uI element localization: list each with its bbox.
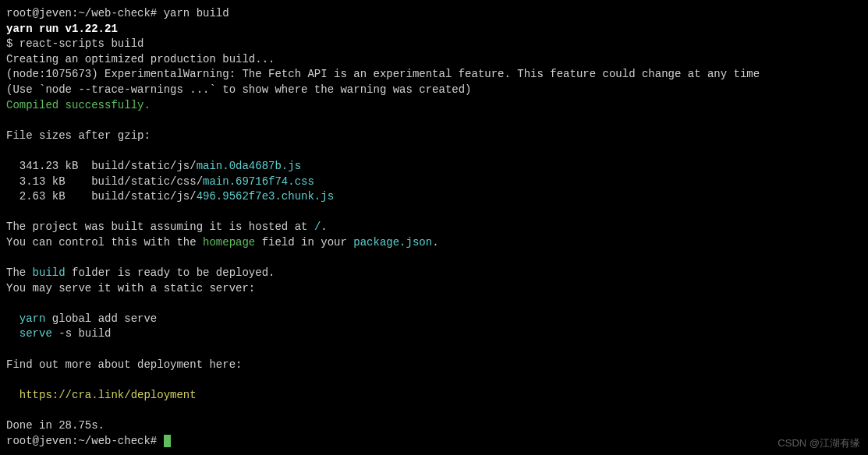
prompt-line-2[interactable]: root@jeven:~/web-check# <box>6 434 862 450</box>
creating-build-line: Creating an optimized production build..… <box>6 52 862 68</box>
serve-build-line: serve -s build <box>6 326 862 342</box>
blank-line <box>6 251 862 266</box>
blank-line <box>6 403 862 418</box>
blank-line <box>6 372 862 388</box>
find-out-line: Find out more about deployment here: <box>6 358 862 373</box>
terminal-output[interactable]: root@jeven:~/web-check# yarn build yarn … <box>6 6 862 449</box>
blank-line <box>6 342 862 358</box>
cursor-icon <box>164 435 171 447</box>
node-warning-line-2: (Use `node --trace-warnings ...` to show… <box>6 83 862 98</box>
prompt-line-1: root@jeven:~/web-check# yarn build <box>6 6 862 22</box>
blank-line <box>6 113 862 129</box>
watermark: CSDN @江湖有缘 <box>778 436 860 450</box>
file-entry-1: 341.23 kB build/static/js/main.0da4687b.… <box>6 159 862 175</box>
blank-line <box>6 205 862 220</box>
deployment-link-line: https://cra.link/deployment <box>6 388 862 404</box>
hosted-line: The project was built assuming it is hos… <box>6 220 862 235</box>
homepage-line: You can control this with the homepage f… <box>6 235 862 251</box>
file-sizes-header: File sizes after gzip: <box>6 129 862 144</box>
done-line: Done in 28.75s. <box>6 418 862 434</box>
react-scripts-line: $ react-scripts build <box>6 37 862 52</box>
yarn-global-line: yarn global add serve <box>6 312 862 327</box>
yarn-version: yarn run v1.22.21 <box>6 22 862 37</box>
blank-line <box>6 296 862 312</box>
node-warning-line-1: (node:1075673) ExperimentalWarning: The … <box>6 67 862 83</box>
file-entry-2: 3.13 kB build/static/css/main.69716f74.c… <box>6 175 862 190</box>
blank-line <box>6 143 862 159</box>
compiled-success: Compiled successfully. <box>6 98 862 114</box>
static-server-line: You may serve it with a static server: <box>6 281 862 297</box>
build-folder-line: The build folder is ready to be deployed… <box>6 266 862 281</box>
file-entry-3: 2.63 kB build/static/js/496.9562f7e3.chu… <box>6 189 862 205</box>
